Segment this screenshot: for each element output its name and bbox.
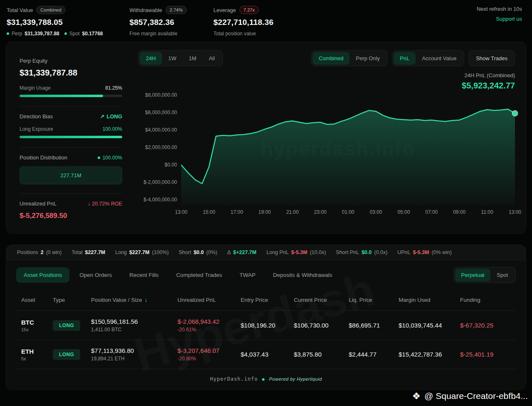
account-sidebar: Perp Equity $31,339,787.88 Margin Usage … bbox=[6, 48, 133, 229]
margin-usage-label: Margin Usage bbox=[20, 85, 51, 91]
spot-label: Spot bbox=[69, 31, 80, 37]
long-badge: LONG bbox=[53, 320, 80, 331]
tab-asset-positions[interactable]: Asset Positions bbox=[16, 267, 69, 283]
current-price: $3,875.80 bbox=[294, 351, 349, 358]
summary-delta: Δ$+227.7M bbox=[227, 249, 256, 255]
leverage-subtext: Total position value bbox=[214, 31, 256, 37]
col-current-price[interactable]: Current Price bbox=[294, 297, 349, 303]
asset-symbol: ETH bbox=[21, 348, 53, 355]
x-tick: 23:00 bbox=[314, 209, 327, 215]
pnl-readout: 24H PnL (Combined) $5,923,242.77 bbox=[138, 72, 515, 90]
perp-dot-icon bbox=[7, 32, 9, 35]
y-tick: $2,000,000.00 bbox=[145, 144, 177, 150]
x-tick: 13:00 bbox=[509, 209, 521, 215]
tab-recent-fills[interactable]: Recent Fills bbox=[122, 267, 166, 283]
col-type: Type bbox=[53, 297, 91, 303]
top-stats-bar: Total Value Combined $31,339,788.05 Perp… bbox=[0, 0, 532, 42]
pnl-area-chart[interactable]: hyperdash.info bbox=[181, 92, 515, 205]
col-asset: Asset bbox=[21, 297, 53, 303]
col-liq-price[interactable]: Liq. Price bbox=[349, 297, 399, 303]
perp-equity-label: Perp Equity bbox=[20, 58, 122, 64]
col-unrealized-pnl[interactable]: Unrealized PnL bbox=[177, 297, 241, 303]
x-tick: 13:00 bbox=[175, 209, 187, 215]
table-row[interactable]: BTC15x LONG $150,596,181.561,411.00 BTC … bbox=[16, 311, 516, 340]
x-tick: 07:00 bbox=[425, 209, 438, 215]
position-size: 1,411.00 BTC bbox=[91, 327, 177, 333]
x-tick: 03:00 bbox=[369, 209, 382, 215]
tab-account-value[interactable]: Account Value bbox=[416, 52, 463, 65]
col-position-value[interactable]: Position Value / Size↓ bbox=[91, 296, 177, 303]
spot-value: $0.17768 bbox=[82, 31, 103, 37]
y-tick: $0.00 bbox=[165, 162, 177, 168]
pnl-chart-svg bbox=[181, 92, 515, 205]
position-value: $150,596,181.56 bbox=[91, 318, 177, 325]
creator-watermark-text: @ Square-Creator-ebfb4... bbox=[424, 391, 528, 401]
withdrawable-percent-badge: 2.74% bbox=[165, 6, 187, 14]
direction-bias-section: Direction Bias ↗ LONG Long Exposure 100.… bbox=[20, 107, 122, 148]
support-link[interactable]: Support us bbox=[496, 16, 522, 22]
total-value-label: Total Value bbox=[7, 7, 33, 13]
col-margin-used[interactable]: Margin Used bbox=[399, 297, 460, 303]
positions-summary-bar: Positions2(0 win) Total$227.7M Long$227.… bbox=[6, 245, 526, 260]
long-exposure-fill bbox=[20, 136, 122, 138]
site-name[interactable]: HyperDash.info bbox=[210, 376, 258, 382]
panel-footer: HyperDash.info ● Powered by Hyperliquid bbox=[16, 369, 516, 389]
withdrawable-subtext: Free margin available bbox=[130, 31, 177, 37]
tab-all[interactable]: All bbox=[202, 52, 221, 65]
tab-24h[interactable]: 24H bbox=[140, 52, 162, 65]
tab-twap[interactable]: TWAP bbox=[232, 267, 263, 283]
col-funding[interactable]: Funding bbox=[460, 297, 511, 303]
unrealized-pnl-pct: -20.61% bbox=[177, 327, 241, 333]
spot-dot-icon bbox=[64, 32, 67, 35]
powered-by-link[interactable]: Powered by Hyperliquid bbox=[269, 377, 322, 382]
withdrawable-stat: Withdrawable 2.74% $857,382.36 Free marg… bbox=[130, 6, 187, 37]
unrealized-pnl-pct: -20.80% bbox=[177, 356, 241, 362]
summary-upnl: UPnL$-5.3M(0% win) bbox=[397, 249, 452, 255]
refresh-countdown: Next refresh in 10s bbox=[477, 6, 522, 12]
unrealized-pnl-value: $-5,276,589.50 bbox=[20, 212, 122, 220]
positions-panel: Hyperdash Positions2(0 win) Total$227.7M… bbox=[6, 245, 526, 390]
tab-pnl[interactable]: PnL bbox=[394, 52, 416, 65]
tab-perp-only[interactable]: Perp Only bbox=[350, 52, 386, 65]
position-distribution-box[interactable]: 227.71M bbox=[20, 166, 122, 184]
tab-open-orders[interactable]: Open Orders bbox=[72, 267, 119, 283]
margin-usage-fill bbox=[20, 95, 103, 97]
tab-completed-trades[interactable]: Completed Trades bbox=[169, 267, 229, 283]
summary-long-pnl: Long PnL$-5.3M(10.0x) bbox=[266, 249, 326, 255]
margin-used: $15,422,787.36 bbox=[399, 351, 460, 358]
entry-price: $4,037.43 bbox=[241, 351, 294, 358]
market-toggle: Perpetual Spot bbox=[453, 267, 516, 283]
chart-end-marker[interactable] bbox=[513, 111, 517, 116]
x-tick: 21:00 bbox=[286, 209, 299, 215]
overview-panel: Perp Equity $31,339,787.88 Margin Usage … bbox=[6, 42, 526, 234]
long-exposure-bar bbox=[20, 136, 122, 138]
tab-spot[interactable]: Spot bbox=[490, 269, 514, 281]
summary-total: Total$227.7M bbox=[71, 249, 105, 255]
funding: $-67,320.25 bbox=[460, 322, 511, 329]
table-row[interactable]: ETH5x LONG $77,113,936.8019,894.21 ETH $… bbox=[16, 340, 516, 369]
summary-short: Short$0.0(0%) bbox=[179, 249, 217, 255]
tab-perpetual[interactable]: Perpetual bbox=[455, 269, 491, 281]
tab-combined[interactable]: Combined bbox=[313, 52, 350, 65]
tab-1w[interactable]: 1W bbox=[162, 52, 183, 65]
withdrawable-amount: $857,382.36 bbox=[130, 18, 187, 27]
chart-controls: 24H 1W 1M All Combined Perp Only PnL Acc… bbox=[138, 50, 515, 66]
position-distribution-percent: 100.00% bbox=[103, 155, 122, 161]
tab-1m[interactable]: 1M bbox=[182, 52, 202, 65]
col-entry-price[interactable]: Entry Price bbox=[241, 297, 294, 303]
y-tick: $6,000,000.00 bbox=[145, 110, 177, 115]
leverage-stat: Leverage 7.27x $227,710,118.36 Total pos… bbox=[214, 6, 274, 37]
x-tick: 15:00 bbox=[203, 209, 215, 215]
tab-deposits-withdrawals[interactable]: Deposits & Withdrawals bbox=[266, 267, 340, 283]
current-price: $106,730.00 bbox=[294, 322, 349, 329]
y-tick: $-4,000,000.00 bbox=[143, 197, 177, 203]
y-tick: $8,000,000.00 bbox=[145, 92, 177, 98]
pnl-readout-value: $5,923,242.77 bbox=[138, 81, 515, 90]
chart-column: 24H 1W 1M All Combined Perp Only PnL Acc… bbox=[133, 48, 526, 229]
show-trades-button[interactable]: Show Trades bbox=[468, 50, 515, 66]
x-tick: 17:00 bbox=[231, 209, 243, 215]
perp-equity-section: Perp Equity $31,339,787.88 Margin Usage … bbox=[20, 51, 122, 107]
position-distribution-section: Position Distribution 100.00% 227.71M bbox=[20, 148, 122, 194]
perp-label: Perp bbox=[12, 31, 22, 37]
margin-usage-bar bbox=[20, 95, 122, 97]
